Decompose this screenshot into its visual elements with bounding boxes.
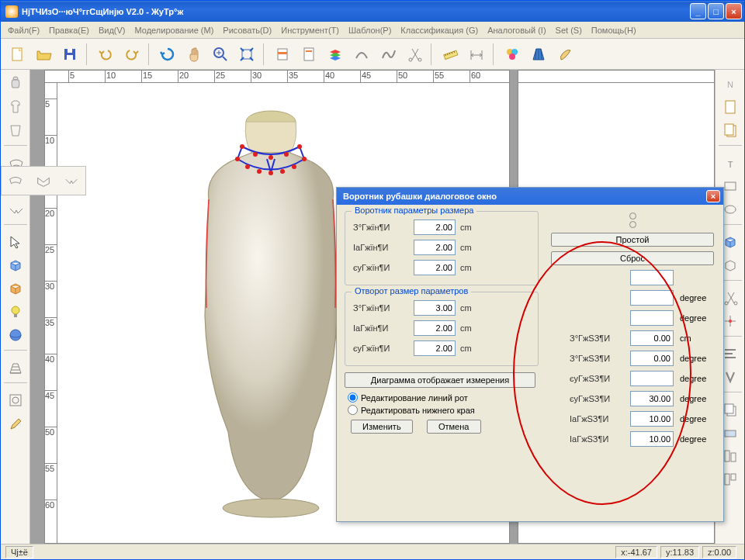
cancel-button[interactable]: Отмена [427,420,481,434]
menu-sets[interactable]: Set (S) [552,24,586,36]
right-param-input[interactable] [630,290,674,306]
needle-icon[interactable] [553,43,577,66]
curve-icon[interactable] [350,43,373,66]
right-param-row: IаГжЅЗ¶Иdegree [551,431,714,447]
param-input[interactable] [414,320,456,336]
close-button[interactable]: × [726,3,742,19]
param-input[interactable] [414,300,456,316]
radio1-input[interactable] [348,392,358,403]
param-row: З°Гжїн¶Иcm [353,300,530,316]
bulb-icon[interactable] [4,301,27,323]
status-ready: Чј±ё [5,546,33,558]
menu-моделированиеm[interactable]: Моделирование (M) [131,24,218,36]
menubar: Файл(F)Правка(E)Вид(V)Моделирование (M)Р… [1,22,744,39]
zoom-icon[interactable] [209,43,232,66]
open-icon[interactable] [32,43,55,66]
shirt-icon[interactable] [4,96,27,118]
shape-icon[interactable] [4,389,27,411]
svg-point-28 [280,169,285,174]
right-param-input[interactable] [630,351,674,366]
param-input[interactable] [414,260,456,275]
pages-icon[interactable] [719,119,742,141]
svg-point-31 [240,144,244,149]
radio-pair[interactable] [551,213,714,228]
param-input[interactable] [414,340,456,356]
reset-button[interactable]: Сброс [551,251,714,265]
param-input[interactable] [414,240,456,255]
diagram-button[interactable]: Диаграмма отображает измерения [345,372,535,388]
main-toolbar [1,39,744,70]
right-param-input[interactable] [630,431,674,447]
page-icon[interactable] [719,96,742,118]
svg-point-24 [235,157,240,161]
simple-button[interactable]: Простой [551,233,714,247]
apply-button[interactable]: Изменить [351,420,413,434]
rotate-icon[interactable] [156,43,179,66]
curve2-icon[interactable] [376,43,400,66]
cube-icon[interactable] [4,254,27,276]
ruler-icon[interactable] [438,43,462,66]
coll3-icon[interactable] [4,199,27,220]
right-param-input[interactable] [630,310,674,326]
menu-аналоговыйi[interactable]: Аналоговый (I) [483,24,549,36]
collar-style-1[interactable] [4,170,27,192]
menu-шаблонp[interactable]: Шаблон(P) [345,24,395,36]
collar-style-3[interactable] [60,170,83,192]
stack-icon[interactable] [324,43,347,66]
collar-style-2[interactable] [32,170,55,192]
save-icon[interactable] [58,43,81,66]
menu-классификацияg[interactable]: Классификация (G) [397,24,482,36]
statusbar: Чј±ё x:-41.67 y:11.83 z:0.00 [1,544,744,559]
right-param-input[interactable] [630,371,674,386]
menu-видv[interactable]: Вид(V) [95,24,130,36]
redo-icon[interactable] [120,43,144,66]
perspective-icon[interactable] [4,357,27,379]
fit-icon[interactable] [235,43,258,66]
menu-рисоватьd[interactable]: Рисовать(D) [219,24,275,36]
right-param-input[interactable] [630,411,674,427]
radio2-input[interactable] [348,405,358,415]
pen-icon[interactable] [4,413,27,434]
dialog-close-button[interactable]: × [706,190,720,202]
menu-помощьh[interactable]: Помощь(H) [587,24,640,36]
dialog-titlebar: Воротник рубашки диалоговое окно × [337,188,723,205]
svg-rect-20 [10,395,21,406]
mannequin-icon[interactable] [4,73,27,95]
titlebar: НјТЧИзО···юЧ°ггСщИнјю V2.0 - ЖуТр°ж _ □ … [1,1,744,22]
menu-правкаe[interactable]: Правка(E) [45,24,93,36]
menu-инструментt[interactable]: Инструмент(T) [277,24,343,36]
cursor-icon[interactable] [4,231,27,253]
dim-icon[interactable] [465,43,488,66]
svg-rect-37 [726,101,735,113]
hand-icon[interactable] [182,43,206,66]
minimize-button[interactable]: _ [690,3,706,19]
doc-icon[interactable] [297,43,321,66]
right-param-input[interactable] [630,270,674,285]
maximize-button[interactable]: □ [708,3,724,19]
skirt-icon[interactable] [527,43,550,66]
new-icon[interactable] [5,43,29,66]
layer-icon[interactable] [271,43,294,66]
cut-icon[interactable] [403,43,426,66]
sleeve-icon[interactable] [4,119,27,141]
right-param-input[interactable] [630,330,674,346]
group2-legend: Отворот размер параметров [352,286,471,296]
param-input[interactable] [414,220,456,235]
app-window: НјТЧИзО···юЧ°ггСщИнјю V2.0 - ЖуТр°ж _ □ … [0,0,745,560]
ball-icon[interactable] [4,324,27,346]
svg-rect-2 [67,55,73,60]
text-icon[interactable]: T [719,152,742,174]
color-icon[interactable] [501,43,524,66]
collar-dialog: Воротник рубашки диалоговое окно × Ворот… [336,187,724,522]
menu-файлf[interactable]: Файл(F) [4,24,43,36]
n-icon[interactable]: N [719,73,742,95]
param-row: З°Гжїн¶Иcm [353,220,530,235]
undo-icon[interactable] [94,43,117,66]
param-row: IаГжїн¶Иcm [353,320,530,336]
svg-point-17 [12,306,19,314]
window-title: НјТЧИзО···юЧ°ггСщИнјю V2.0 - ЖуТр°ж [22,7,690,16]
ruler-vertical: 51015202530354045505560 [45,83,57,543]
right-param-input[interactable] [630,391,674,406]
svg-rect-39 [725,124,733,135]
cube2-icon[interactable] [4,278,27,299]
